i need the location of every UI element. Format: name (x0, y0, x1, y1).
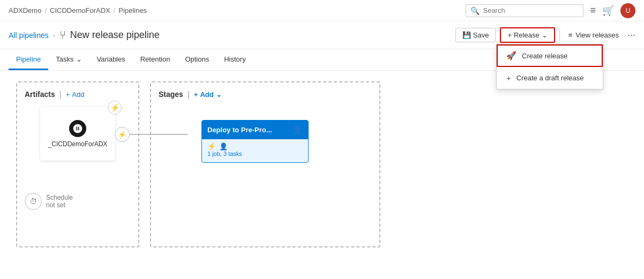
stage-tasks: 1 job, 3 tasks (207, 150, 303, 157)
schedule-item: ⏱ Schedule not set (25, 193, 131, 210)
artifacts-add-icon: + (66, 91, 70, 99)
artifacts-add-label: Add (72, 91, 84, 99)
tab-history-label: History (224, 55, 245, 63)
tab-history[interactable]: History (216, 50, 253, 70)
breadcrumb: ADXDemo / CICDDemoForADX / Pipelines (9, 6, 147, 14)
stages-chevron-icon: ⌄ (216, 91, 222, 99)
tab-retention-label: Retention (140, 55, 170, 63)
tab-tasks[interactable]: Tasks ⌄ (48, 50, 89, 70)
breadcrumb-page: Pipelines (118, 6, 147, 14)
stages-add-link[interactable]: + Add ⌄ (194, 91, 222, 99)
release-label: Release (514, 31, 540, 39)
tab-options[interactable]: Options (177, 50, 216, 70)
tab-tasks-label: Tasks (56, 55, 73, 63)
pipeline-name: New release pipeline (70, 29, 160, 41)
all-pipelines-link[interactable]: All pipelines (9, 31, 49, 40)
save-button[interactable]: 💾 Save (455, 28, 496, 42)
rocket-icon: 🚀 (506, 51, 516, 61)
artifact-logo (69, 120, 86, 137)
create-release-label: Create release (522, 52, 567, 60)
schedule-text: Schedule not set (46, 194, 73, 209)
breadcrumb-sep1: / (44, 6, 47, 14)
artifact-name: _CICDDemoForADX (48, 140, 108, 148)
create-draft-item[interactable]: + Create a draft release (497, 67, 603, 89)
stages-header: Stages | + Add ⌄ (159, 90, 372, 99)
artifacts-label: Artifacts (25, 90, 55, 99)
stages-sep: | (188, 90, 190, 99)
search-box[interactable]: 🔍 (466, 4, 583, 17)
stage-person-left-icon: 👤 (219, 142, 228, 150)
draft-plus-icon: + (506, 73, 511, 82)
menu-lines-icon[interactable]: ≡ (590, 5, 596, 16)
breadcrumb-org: ADXDemo (9, 6, 41, 14)
save-label: Save (473, 31, 489, 39)
tab-retention[interactable]: Retention (133, 50, 178, 70)
stage-person-right-icon: 👤 (292, 125, 303, 135)
title-chevron-icon: › (53, 32, 55, 39)
release-dropdown-menu: 🚀 Create release + Create a draft releas… (496, 44, 603, 89)
stages-label: Stages (159, 90, 183, 99)
tab-pipeline-label: Pipeline (16, 55, 41, 63)
stage-card-header: Deploy to Pre-Pro... 👤 (202, 120, 308, 139)
avatar[interactable]: U (620, 3, 635, 18)
stages-add-icon: + (194, 91, 198, 99)
stage-card-body: ⚡ 👤 1 job, 3 tasks (202, 139, 308, 162)
pipeline-type-icon: ⑂ (59, 29, 66, 41)
release-plus-icon: + (507, 31, 512, 39)
tab-tasks-chevron-icon: ⌄ (76, 55, 82, 63)
breadcrumb-sep2: / (114, 6, 116, 14)
stage-left-icon: ⚡ (115, 127, 130, 142)
artifacts-header: Artifacts | + Add (25, 90, 131, 99)
artifacts-sep: | (59, 90, 62, 99)
tab-options-label: Options (185, 55, 209, 63)
more-options-button[interactable]: ··· (627, 29, 635, 41)
artifacts-panel: Artifacts | + Add ⚡ _CICDDemoForADX ⏱ Sc… (16, 81, 139, 247)
view-releases-label: View releases (575, 31, 619, 39)
pipeline-title: All pipelines › ⑂ New release pipeline (9, 29, 160, 41)
search-icon: 🔍 (470, 6, 480, 15)
tab-pipeline[interactable]: Pipeline (9, 50, 48, 70)
tab-variables[interactable]: Variables (89, 50, 133, 70)
pipeline-header: All pipelines › ⑂ New release pipeline 💾… (0, 21, 644, 49)
create-draft-label: Create a draft release (516, 74, 584, 82)
create-release-item[interactable]: 🚀 Create release (497, 44, 603, 67)
schedule-sub: not set (46, 201, 73, 209)
breadcrumb-project: CICDDemoForADX (50, 6, 110, 14)
save-icon: 💾 (462, 31, 471, 39)
stage-title: Deploy to Pre-Pro... (207, 126, 272, 134)
stages-add-label: Add (200, 91, 213, 99)
view-releases-button[interactable]: ≡ View releases (564, 28, 623, 42)
tab-variables-label: Variables (97, 55, 125, 63)
search-input[interactable] (483, 6, 579, 14)
release-button[interactable]: + Release ⌄ (500, 27, 555, 43)
schedule-clock-icon: ⏱ (25, 193, 42, 210)
stages-panel: Stages | + Add ⌄ Deploy to Pre-Pro... 👤 … (150, 81, 380, 247)
top-right-bar: 🔍 ≡ 🛒 U (466, 3, 635, 18)
artifact-card[interactable]: ⚡ _CICDDemoForADX (40, 107, 115, 161)
artifact-trigger-icon[interactable]: ⚡ (108, 101, 122, 115)
header-actions: 💾 Save + Release ⌄ 🚀 Create release + Cr… (455, 27, 635, 43)
schedule-label: Schedule (46, 194, 73, 201)
basket-icon[interactable]: 🛒 (602, 5, 614, 17)
actions-divider (559, 30, 560, 41)
breadcrumb-bar: ADXDemo / CICDDemoForADX / Pipelines 🔍 ≡… (0, 0, 644, 21)
artifacts-add-link[interactable]: + Add (66, 91, 85, 99)
view-releases-icon: ≡ (568, 31, 573, 39)
stage-card[interactable]: Deploy to Pre-Pro... 👤 ⚡ 👤 1 job, 3 task… (201, 120, 309, 163)
stage-lightning-icon: ⚡ (207, 142, 216, 150)
canvas-area: Artifacts | + Add ⚡ _CICDDemoForADX ⏱ Sc… (0, 71, 644, 279)
release-chevron-icon: ⌄ (542, 31, 548, 39)
